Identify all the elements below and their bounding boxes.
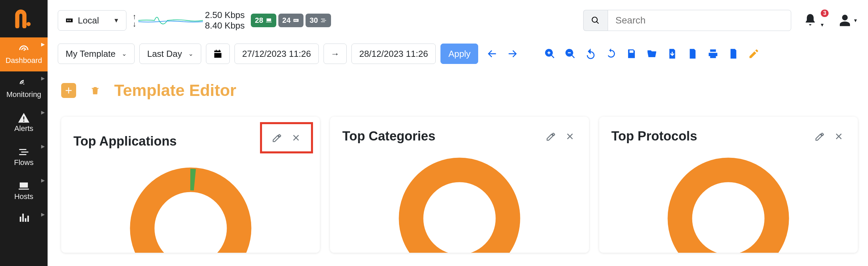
pill-flows[interactable]: 30 bbox=[306, 14, 331, 27]
pencil-icon bbox=[815, 131, 825, 142]
traffic-widget[interactable]: ↑↓ 2.50 Kbps 8.40 Kbps bbox=[133, 10, 245, 31]
sidebar-item-label: Hosts bbox=[14, 192, 33, 201]
search-button[interactable] bbox=[583, 10, 608, 31]
plus-icon bbox=[64, 85, 74, 96]
laptop-icon bbox=[265, 17, 272, 24]
export-button[interactable] bbox=[687, 48, 698, 60]
nav-forward-button[interactable] bbox=[507, 48, 518, 60]
refresh-button[interactable] bbox=[605, 48, 617, 60]
svg-point-3 bbox=[411, 170, 508, 253]
open-button[interactable] bbox=[646, 48, 658, 60]
edit-widget-button[interactable] bbox=[270, 131, 284, 145]
interface-selector[interactable]: Local ▼ bbox=[58, 10, 126, 31]
sidebar-item-label: Flows bbox=[14, 158, 33, 167]
chevron-down-icon: ▼ bbox=[113, 17, 119, 24]
delete-template-button[interactable] bbox=[88, 83, 103, 98]
chevron-right-icon: ▶ bbox=[41, 144, 45, 149]
close-icon bbox=[834, 131, 844, 142]
chevron-right-icon: ▶ bbox=[41, 110, 45, 115]
pencil-icon bbox=[546, 131, 556, 142]
edit-widget-button[interactable] bbox=[813, 130, 827, 143]
chevron-down-icon: ▼ bbox=[820, 22, 824, 28]
ethernet-icon bbox=[293, 17, 299, 24]
chevron-right-icon: ▶ bbox=[41, 76, 45, 81]
sidebar-item-monitoring[interactable]: ▶ Monitoring bbox=[0, 71, 48, 105]
bell-icon bbox=[803, 13, 817, 27]
nav-back-button[interactable] bbox=[486, 48, 498, 60]
remove-widget-button[interactable] bbox=[289, 131, 303, 145]
sidebar-item-alerts[interactable]: ▶ Alerts bbox=[0, 105, 48, 139]
chevron-right-icon: ▶ bbox=[41, 41, 45, 47]
arrow-range-icon: → bbox=[324, 44, 347, 64]
apply-button[interactable]: Apply bbox=[440, 44, 478, 64]
alert-count-badge: 3 bbox=[821, 10, 829, 17]
cards-row: Top Applications bbox=[61, 117, 858, 253]
remove-widget-button[interactable] bbox=[832, 130, 846, 143]
print-button[interactable] bbox=[707, 48, 719, 60]
topbar: Local ▼ ↑↓ 2.50 Kbps 8.40 Kbps 28 24 bbox=[58, 7, 858, 34]
edit-widget-button[interactable] bbox=[544, 130, 558, 143]
sidebar-item-hosts[interactable]: ▶ Hosts bbox=[0, 173, 48, 207]
donut-chart bbox=[73, 164, 308, 253]
sidebar-item-flows[interactable]: ▶ Flows bbox=[0, 139, 48, 173]
pill-devices[interactable]: 24 bbox=[278, 14, 303, 27]
card-top-applications: Top Applications bbox=[61, 117, 320, 253]
calendar-button[interactable] bbox=[206, 44, 230, 64]
range-select[interactable]: Last Day ⌄ bbox=[139, 44, 201, 64]
sidebar-item-label: Monitoring bbox=[6, 90, 41, 99]
main: Local ▼ ↑↓ 2.50 Kbps 8.40 Kbps 28 24 bbox=[48, 0, 868, 253]
edit-template-button[interactable] bbox=[748, 48, 760, 60]
zoom-in-button[interactable] bbox=[544, 48, 556, 60]
satellite-icon bbox=[18, 78, 30, 90]
zoom-out-button[interactable] bbox=[565, 48, 576, 60]
remove-widget-button[interactable] bbox=[563, 130, 577, 143]
sidebar-item-dashboard[interactable]: ▶ Dashboard bbox=[0, 37, 48, 71]
sparkline bbox=[138, 10, 203, 31]
card-title: Top Categories bbox=[342, 129, 435, 144]
svg-point-1 bbox=[142, 180, 239, 253]
donut-chart bbox=[611, 154, 846, 253]
flows-icon bbox=[18, 146, 30, 158]
pencil-icon bbox=[272, 133, 282, 143]
user-icon bbox=[838, 14, 852, 27]
chevron-down-icon: ▼ bbox=[853, 18, 858, 23]
sidebar-item-label: Dashboard bbox=[5, 56, 42, 65]
controls-row: My Template ⌄ Last Day ⌄ 27/12/2023 11:2… bbox=[58, 40, 858, 67]
pill-hosts[interactable]: 28 bbox=[251, 14, 276, 27]
sidebar-item-more[interactable]: ▶ bbox=[0, 207, 48, 228]
svg-point-0 bbox=[27, 22, 31, 26]
new-button[interactable] bbox=[728, 48, 739, 60]
card-title: Top Protocols bbox=[611, 129, 697, 144]
chevron-right-icon: ▶ bbox=[41, 212, 45, 217]
search-input[interactable] bbox=[608, 10, 791, 31]
chevron-down-icon: ⌄ bbox=[122, 50, 127, 57]
title-row: Template Editor bbox=[61, 81, 858, 100]
logo[interactable] bbox=[0, 0, 48, 37]
ethernet-icon bbox=[65, 16, 74, 25]
user-menu[interactable]: ▼ bbox=[838, 14, 858, 27]
gauge-icon bbox=[18, 44, 30, 56]
notifications-button[interactable]: 3 ▼ bbox=[803, 13, 824, 28]
close-icon bbox=[565, 131, 575, 142]
import-button[interactable] bbox=[666, 48, 678, 60]
card-top-protocols: Top Protocols bbox=[599, 117, 858, 253]
template-select[interactable]: My Template ⌄ bbox=[58, 44, 135, 64]
toolbar-icons bbox=[486, 48, 760, 60]
trash-icon bbox=[90, 85, 100, 96]
card-title: Top Applications bbox=[73, 134, 177, 149]
page-title: Template Editor bbox=[114, 81, 236, 100]
bars-icon bbox=[18, 212, 30, 224]
chevron-right-icon: ▶ bbox=[41, 178, 45, 183]
donut-chart bbox=[342, 154, 576, 253]
card-top-categories: Top Categories bbox=[330, 117, 589, 253]
undo-button[interactable] bbox=[585, 48, 596, 60]
add-widget-button[interactable] bbox=[61, 83, 76, 98]
calendar-icon bbox=[213, 49, 223, 59]
ntop-logo-icon bbox=[14, 9, 33, 28]
save-button[interactable] bbox=[626, 48, 637, 60]
warning-icon bbox=[18, 112, 30, 124]
sidebar-item-label: Alerts bbox=[14, 124, 33, 133]
start-time-input[interactable]: 27/12/2023 11:26 bbox=[235, 44, 319, 64]
end-time-input[interactable]: 28/12/2023 11:26 bbox=[351, 44, 436, 64]
card-actions-highlight bbox=[260, 122, 313, 153]
